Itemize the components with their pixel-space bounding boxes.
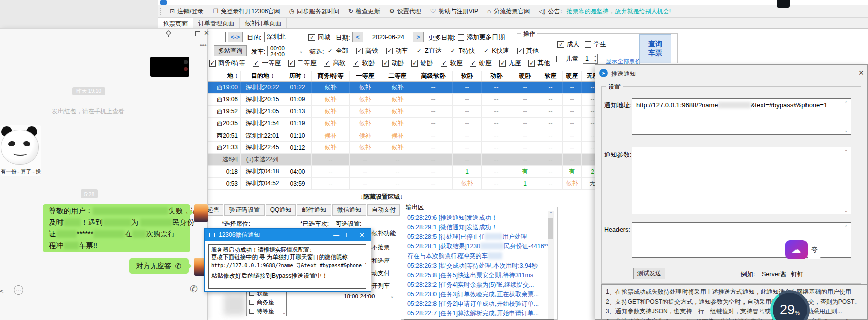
column-header[interactable]: 无座 [582, 71, 595, 81]
output-log[interactable]: 05:28:29:6 [推送通知]发送成功！05:28:29:1 [微信通知]发… [404, 211, 554, 320]
origin-input[interactable] [209, 32, 226, 42]
filter-checkbox-高铁[interactable]: 高铁 [356, 47, 378, 55]
chat-minimize-icon[interactable]: — [181, 29, 188, 36]
column-header[interactable]: 地 ↕ [204, 71, 241, 81]
toolbar-item-设置代理[interactable]: ⚙设置代理 [385, 7, 426, 16]
table-row[interactable]: 选6列(↓)未选22列---------------------- [204, 154, 595, 166]
seat-filter-checkbox-动卧[interactable]: 动卧 [382, 59, 404, 68]
option-fragment[interactable]: 动支付 [371, 269, 390, 278]
screenshot-icon[interactable]: ✂ [0, 286, 4, 297]
seat-filter-checkbox-商务/特等[interactable]: 商务/特等 [209, 59, 245, 68]
filter-checkbox-全部[interactable]: 全部 [327, 47, 348, 55]
column-header[interactable]: 商务/特等 [312, 71, 350, 81]
scroll-up-icon[interactable]: ⌃ [844, 225, 848, 230]
seat-filter-checkbox-硬卧[interactable]: 硬卧 [411, 59, 433, 68]
option-fragment[interactable]: 不抢票 [371, 243, 390, 252]
serverchan-link[interactable]: Server酱 [762, 270, 786, 279]
stepper-arrows-icon[interactable]: ▲▼ [594, 54, 597, 63]
listbox-item-商务座[interactable]: 商务座 [249, 298, 274, 307]
filter-checkbox-动车[interactable]: 动车 [386, 47, 408, 55]
filter-checkbox-K快速[interactable]: K快速 [483, 47, 509, 55]
column-header[interactable]: 硬卧 [511, 71, 539, 81]
chat-more-icon[interactable]: ••• [200, 41, 207, 49]
wechat-dialog-titlebar[interactable]: 12306微信通知 — ✕ [205, 229, 371, 241]
same-city-checkbox[interactable]: 同城 [308, 33, 330, 42]
seat-filter-checkbox-硬座[interactable]: 硬座 [470, 59, 491, 68]
wechat-dialog-textbox[interactable]: 服务器启动成功！请根据实际情况配置: 更改下面链接中的 寻 为单独打开聊天窗口的… [208, 244, 366, 289]
table-row[interactable]: 西20:35深圳北21:5401:19候补候补候补---------------… [204, 118, 595, 130]
depart-time-select[interactable]: 00:00-24:00 [267, 46, 306, 56]
settings-tab-微信通知[interactable]: 微信通知 [332, 204, 366, 216]
filter-checkbox-Z直达[interactable]: Z直达 [416, 47, 442, 55]
warning-message-bubble[interactable]: 尊敬的用户：失败，请及时！遇到为 民身份证******在次购票行程冲车票!! [43, 204, 190, 252]
chat-maximize-icon[interactable] [195, 31, 200, 36]
table-row[interactable]: 西19:00深圳北20:2201:22候补候补候补---------------… [204, 82, 595, 94]
notify-params-input[interactable] [632, 147, 851, 214]
dest-input[interactable]: 深圳北 [264, 32, 304, 42]
hide-settings-divider[interactable]: ↓隐藏设置区域↓ [204, 193, 560, 201]
pin-icon[interactable] [165, 30, 172, 38]
column-header[interactable]: 硬座 [563, 71, 582, 81]
avatar[interactable] [194, 204, 208, 222]
column-header[interactable]: 动卧 [482, 71, 511, 81]
adult-checkbox[interactable]: 成人 [557, 40, 579, 49]
time-range-select[interactable]: 18:00-24:00 [341, 291, 397, 301]
scroll-up-icon[interactable]: ⌃ [844, 101, 848, 106]
video-thumbnail[interactable] [150, 57, 189, 77]
listbox-scroll-down-icon[interactable]: ⌄ [282, 311, 286, 315]
dialog-maximize-icon[interactable] [346, 233, 351, 237]
add-more-date-checkbox[interactable]: 添加更多日期 [458, 33, 505, 42]
date-next-button[interactable]: > [413, 32, 424, 42]
settings-tab-验证码设置[interactable]: 验证码设置 [224, 204, 265, 216]
multi-station-button[interactable]: 多站查询 [214, 45, 247, 56]
settings-tab-邮件通知[interactable]: 邮件通知 [297, 204, 331, 216]
scroll-down-icon[interactable]: ⌄ [844, 127, 848, 133]
toolbar-item-免登录打开12306官网[interactable]: ❐免登录打开12306官网 [208, 7, 284, 16]
quark-tag[interactable]: 夸 [808, 240, 821, 259]
column-header[interactable]: 软卧 [453, 71, 482, 81]
filter-checkbox-T特快[interactable]: T特快 [450, 47, 475, 55]
table-row[interactable]: 西21:33深圳北22:4501:12候补候补候补---------------… [204, 142, 595, 154]
toolbar-item-分流抢票官网[interactable]: ⌂分流抢票官网 [483, 7, 534, 16]
log-scrollbar-thumb[interactable] [548, 218, 553, 239]
date-prev-button[interactable]: < [352, 32, 363, 42]
quark-cloud-icon[interactable]: ☁ [785, 240, 808, 259]
option-fragment[interactable]: 和选座 [371, 257, 390, 265]
column-header[interactable]: 二等座 [381, 71, 414, 81]
no-answer-bubble[interactable]: 对方无应答 ✆ [129, 258, 189, 274]
column-header[interactable]: 一等座 [350, 71, 381, 81]
toolbar-item-赞助与注册VIP[interactable]: ♡赞助与注册VIP [426, 7, 483, 16]
chat-close-icon[interactable]: ✕ [204, 29, 209, 37]
table-row[interactable]: 0:18深圳东04:1804:00--------1--有--有2-- [204, 166, 595, 178]
tab-订单管理页面[interactable]: 订单管理页面 [193, 18, 240, 28]
child-checkbox[interactable]: 儿童 [556, 55, 578, 63]
tab-候补订单页面[interactable]: 候补订单页面 [240, 18, 287, 28]
meme-image[interactable]: 有一份...算了...操 [0, 125, 41, 176]
call-icon[interactable]: ✆ [190, 283, 198, 295]
student-checkbox[interactable]: 学生 [585, 40, 606, 49]
option-fragment[interactable]: 开列车 [371, 282, 390, 290]
dialog-close-icon[interactable]: ✕ [359, 231, 365, 239]
toolbar-item-同步服务器时间[interactable]: ◷同步服务器时间 [285, 7, 344, 16]
tab-抢票页面[interactable]: 抢票页面 [158, 18, 193, 29]
table-row[interactable]: 0:53深圳东04:5203:59--------候补--1--候补无-- [204, 178, 595, 190]
table-row[interactable]: 西20:51深圳北22:0101:10候补候补候补---------------… [204, 130, 595, 142]
dialog-minimize-icon[interactable]: — [333, 232, 339, 239]
toolbar-item-公告:[interactable]: ◁)公告: [534, 7, 567, 16]
toolbar-grip[interactable] [160, 8, 162, 15]
dingtalk-link[interactable]: 钉钉 [791, 270, 803, 279]
test-send-button[interactable]: 测试发送 [633, 268, 665, 279]
swap-stations-button[interactable]: <-> [228, 32, 243, 42]
table-row[interactable]: 西19:52深圳北21:0501:13候补候补候补---------------… [204, 106, 595, 118]
settings-tab-自动支付[interactable]: 自动支付 [367, 204, 400, 216]
table-row[interactable]: 西19:06深圳北20:1501:09候补候补候补---------------… [204, 94, 595, 106]
column-header[interactable]: 高级软卧 [414, 71, 453, 81]
toolbar-item-注销/登录[interactable]: ⊡注销/登录 [165, 7, 208, 16]
seat-filter-checkbox-软座[interactable]: 软座 [441, 59, 462, 68]
option-fragment[interactable]: 候补功能 [371, 229, 396, 238]
column-header[interactable]: 历时 ↕ [284, 71, 312, 81]
scroll-down-icon[interactable]: ⌄ [844, 208, 848, 213]
date-input[interactable]: 2023-06-24 [365, 32, 411, 42]
toolbar-item-检查更新[interactable]: ↻检查更新 [344, 7, 385, 16]
seat-filter-checkbox-软卧[interactable]: 软卧 [353, 59, 375, 68]
